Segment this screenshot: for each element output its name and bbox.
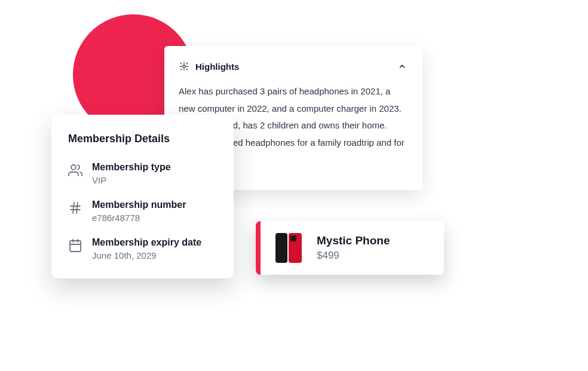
highlights-header: Highlights <box>179 60 408 72</box>
phone-graphic-red <box>289 233 302 263</box>
membership-label: Membership type <box>92 162 171 173</box>
membership-item-text: Membership expiry date June 10th, 2029 <box>92 237 201 260</box>
product-name: Mystic Phone <box>317 234 390 247</box>
membership-item-type: Membership type VIP <box>68 162 217 185</box>
sparkle-icon <box>179 61 189 72</box>
product-image <box>271 231 306 265</box>
product-accent-bar <box>256 221 261 275</box>
membership-label: Membership expiry date <box>92 237 201 248</box>
membership-item-text: Membership type VIP <box>92 162 171 185</box>
membership-value: e786r48778 <box>92 213 186 223</box>
calendar-icon <box>68 238 82 253</box>
membership-item-expiry: Membership expiry date June 10th, 2029 <box>68 237 217 260</box>
highlights-title: Highlights <box>195 62 239 72</box>
membership-label: Membership number <box>92 200 186 210</box>
product-card[interactable]: Mystic Phone $499 <box>256 221 444 275</box>
svg-point-1 <box>71 165 76 170</box>
membership-card: Membership Details Membership type VIP <box>51 115 234 278</box>
product-content: Mystic Phone $499 <box>261 221 444 275</box>
product-text: Mystic Phone $499 <box>317 234 390 262</box>
svg-point-0 <box>183 65 186 68</box>
highlights-title-wrap: Highlights <box>179 61 239 72</box>
membership-value: June 10th, 2029 <box>92 250 201 260</box>
membership-value: VIP <box>92 175 171 185</box>
hash-icon <box>68 201 82 215</box>
membership-item-text: Membership number e786r48778 <box>92 200 186 223</box>
membership-item-number: Membership number e786r48778 <box>68 200 217 223</box>
svg-line-5 <box>76 203 78 213</box>
svg-line-4 <box>73 203 74 213</box>
collapse-button[interactable] <box>396 60 408 72</box>
membership-title: Membership Details <box>68 133 217 145</box>
phone-graphic-black <box>275 233 287 263</box>
product-price: $499 <box>317 250 390 262</box>
svg-rect-6 <box>70 241 81 252</box>
users-icon <box>68 163 82 177</box>
